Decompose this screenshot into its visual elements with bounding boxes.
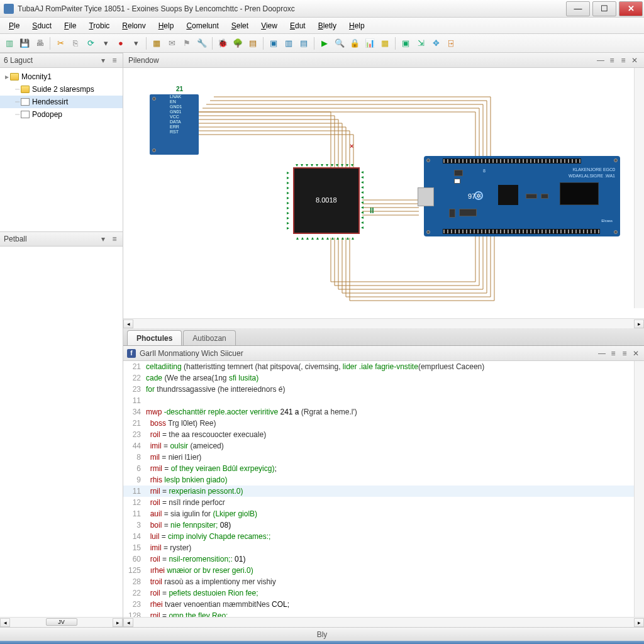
tb-exit-icon[interactable]: ⍈ bbox=[444, 36, 458, 50]
panel-menu-icon[interactable]: ≡ bbox=[110, 56, 119, 65]
left-hscroll[interactable]: ◂ JV ▸ bbox=[0, 617, 123, 627]
tb-save-icon[interactable]: 💾 bbox=[18, 36, 31, 50]
close-button[interactable]: ✕ bbox=[619, 1, 643, 16]
panel-menu2-icon[interactable]: ≡ bbox=[620, 349, 629, 358]
scroll-left-icon[interactable]: ◂ bbox=[123, 319, 133, 328]
panel-menu-icon[interactable]: ≡ bbox=[608, 56, 616, 65]
tb-export-icon[interactable]: ⇲ bbox=[414, 36, 428, 50]
menu-comelunt[interactable]: Comelunt bbox=[180, 19, 225, 33]
tb-wrench-icon[interactable]: 🔧 bbox=[195, 36, 209, 50]
canvas-vscroll[interactable] bbox=[634, 68, 644, 308]
menu-help[interactable]: Help bbox=[343, 19, 371, 33]
menu-edut[interactable]: Edut bbox=[284, 19, 312, 33]
panel-dropdown-icon[interactable]: ▾ bbox=[99, 56, 108, 65]
menu-view[interactable]: View bbox=[255, 19, 284, 33]
tb-zoom-icon[interactable]: 🔍 bbox=[333, 36, 347, 50]
menu-help[interactable]: Help bbox=[152, 19, 180, 33]
menu-selet[interactable]: Selet bbox=[225, 19, 255, 33]
code-line[interactable]: 125 ırhei wnæior or bv reser geri.0) bbox=[123, 565, 644, 576]
code-line[interactable]: 22cade (We the arsea(1ng sfi lusita) bbox=[123, 372, 644, 384]
maximize-button[interactable]: ☐ bbox=[592, 1, 616, 16]
tb-dropdown2-icon[interactable]: ▾ bbox=[129, 36, 143, 50]
code-line[interactable]: 11 auil = sia igulin for (Lkiper giolB) bbox=[123, 508, 644, 519]
panel-minimize-icon[interactable]: — bbox=[597, 349, 606, 358]
code-line[interactable]: 6 rmil = of they veiraen Bdûl exrpeyicg)… bbox=[123, 463, 644, 474]
menu-trobic[interactable]: Trobic bbox=[82, 19, 116, 33]
scroll-left-icon[interactable]: ◂ bbox=[0, 618, 10, 627]
tb-refresh-icon[interactable]: ⟳ bbox=[84, 36, 97, 50]
code-line[interactable]: 23for thundrssagassive (he inttereiednor… bbox=[123, 384, 644, 395]
scroll-right-icon[interactable]: ▸ bbox=[113, 618, 123, 627]
code-line[interactable]: 60 roil = nsil-reromensition;: 01) bbox=[123, 553, 644, 565]
schematic-canvas[interactable]: 21 LNAKENGND1GN01VCCDATAERRRST 8.0018 II… bbox=[123, 68, 644, 318]
arduino-board[interactable]: ✲ 8 97 KLAKENJORE EGC0 WDAKLALSIGRE .WA1… bbox=[424, 156, 620, 236]
panel-close-icon[interactable]: ✕ bbox=[631, 349, 640, 358]
scroll-right-icon[interactable]: ▸ bbox=[634, 618, 644, 627]
tb-chart-icon[interactable]: 📊 bbox=[363, 36, 377, 50]
code-line[interactable]: 21celtadiiting (hatteristting temnert (h… bbox=[123, 361, 644, 372]
menu-file[interactable]: File bbox=[58, 19, 82, 33]
left-bottom-tab[interactable]: JV bbox=[46, 618, 77, 626]
tb-board-icon[interactable]: ▤ bbox=[246, 36, 260, 50]
panel-menu-icon[interactable]: ≡ bbox=[110, 235, 119, 243]
scroll-left-icon[interactable]: ◂ bbox=[123, 618, 133, 627]
tab-phoctules[interactable]: Phoctules bbox=[127, 330, 182, 345]
code-line[interactable]: 8 mil = nieri l1ier) bbox=[123, 452, 644, 463]
code-line[interactable]: 44 imil = oulsir (ameiced) bbox=[123, 440, 644, 452]
menu-relonv[interactable]: Relonv bbox=[116, 19, 152, 33]
tab-autibozan[interactable]: Autibozan bbox=[183, 330, 235, 345]
tree-item-1[interactable]: ┈ Hendessirt bbox=[0, 96, 123, 108]
panel-menu-icon[interactable]: ≡ bbox=[609, 349, 618, 358]
tb-tree-icon[interactable]: 🌳 bbox=[231, 36, 245, 50]
sensor-module[interactable]: LNAKENGND1GN01VCCDATAERRRST bbox=[150, 94, 199, 155]
code-line[interactable]: 28 troil rasoù as a implentiony mer vish… bbox=[123, 576, 644, 587]
code-line[interactable]: 11 rnil = rexperiasin pessont.0) bbox=[123, 486, 644, 497]
code-line[interactable]: 11 bbox=[123, 395, 644, 406]
tree-item-0[interactable]: ┈ Suide 2 slaresmps bbox=[0, 83, 123, 96]
tb-print-icon[interactable]: 🖶 bbox=[33, 36, 47, 50]
code-hscroll[interactable]: ◂ ▸ bbox=[123, 617, 644, 627]
menu-sduct[interactable]: Sduct bbox=[26, 19, 58, 33]
code-line[interactable]: 3 boil = nie fennpsiter; 08) bbox=[123, 519, 644, 531]
tb-screen-icon[interactable]: ▣ bbox=[399, 36, 413, 50]
tb-copy-icon[interactable]: ⎘ bbox=[69, 36, 82, 50]
code-line[interactable]: 23 rhei tvaer venoentian mæmmbitNes COL; bbox=[123, 599, 644, 610]
panel-menu2-icon[interactable]: ≡ bbox=[619, 56, 628, 65]
tb-bug-icon[interactable]: 🐞 bbox=[216, 36, 230, 50]
minimize-button[interactable]: — bbox=[566, 1, 590, 16]
tb-lock-icon[interactable]: 🔒 bbox=[348, 36, 362, 50]
code-line[interactable]: 34mwp -deschanttër reple.aocter veririti… bbox=[123, 406, 644, 418]
canvas-hscroll[interactable]: ◂ ▸ bbox=[123, 318, 644, 328]
menu-bletly[interactable]: Bletly bbox=[312, 19, 343, 33]
panel-minimize-icon[interactable]: — bbox=[596, 56, 605, 65]
panel-dropdown-icon[interactable]: ▾ bbox=[99, 235, 108, 243]
tree-item-2[interactable]: ┈ Podopep bbox=[0, 108, 123, 121]
code-line[interactable]: 14 luil = cimp inolviy Chapde recames:; bbox=[123, 531, 644, 542]
microcontroller-chip[interactable]: 8.0018 bbox=[293, 167, 360, 234]
tb-new-icon[interactable]: ▥ bbox=[3, 36, 16, 50]
code-line[interactable]: 128 rnil = omp the fley Reo; bbox=[123, 610, 644, 617]
tb-panel-icon[interactable]: ▤ bbox=[297, 36, 311, 50]
code-line[interactable]: 15 imil = ryster) bbox=[123, 542, 644, 553]
tb-cut-icon[interactable]: ✂ bbox=[53, 36, 67, 50]
tree-root[interactable]: ▸ Mocnity1 bbox=[0, 70, 123, 83]
tb-layers-icon[interactable]: ▥ bbox=[282, 36, 296, 50]
panel-close-icon[interactable]: ✕ bbox=[630, 56, 639, 65]
code-line[interactable]: 21 boss Trg l0let) Ree) bbox=[123, 418, 644, 429]
tb-record-icon[interactable]: ● bbox=[114, 36, 128, 50]
code-line[interactable]: 9 rhis leslp bnkien giado) bbox=[123, 474, 644, 486]
tb-table-icon[interactable]: ▦ bbox=[378, 36, 392, 50]
tb-mail-icon[interactable]: ✉ bbox=[165, 36, 179, 50]
tb-window-icon[interactable]: ▣ bbox=[267, 36, 280, 50]
tb-dropdown-icon[interactable]: ▾ bbox=[99, 36, 113, 50]
tb-target-icon[interactable]: ✥ bbox=[429, 36, 443, 50]
code-editor[interactable]: 21celtadiiting (hatteristting temnert (h… bbox=[123, 361, 644, 617]
code-vscroll[interactable] bbox=[634, 361, 644, 617]
menu-ple[interactable]: Ple bbox=[3, 19, 26, 33]
tb-play-icon[interactable]: ▶ bbox=[318, 36, 331, 50]
code-line[interactable]: 12 roil = nsîl rinde perfocr bbox=[123, 497, 644, 508]
code-line[interactable]: 22 roil = pefiets destuoien Rion fee; bbox=[123, 587, 644, 599]
code-line[interactable]: 23 roil = the aa rescouocter execuale) bbox=[123, 429, 644, 440]
tb-grid-icon[interactable]: ▦ bbox=[150, 36, 164, 50]
scroll-right-icon[interactable]: ▸ bbox=[634, 319, 644, 328]
